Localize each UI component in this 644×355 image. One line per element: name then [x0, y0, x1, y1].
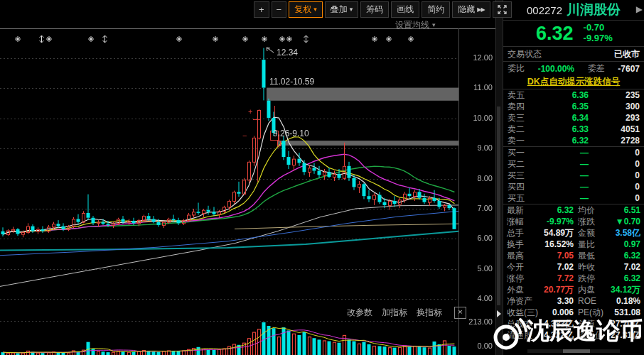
- buy-level-volume: 0: [603, 148, 640, 158]
- sell-level-row[interactable]: 卖二6.334051: [503, 124, 644, 135]
- buy-level-price: —: [529, 170, 603, 180]
- price-change-pct: -9.97%: [584, 33, 613, 44]
- price-axis-label: 6.00: [458, 234, 493, 242]
- buy-level-price: —: [529, 193, 603, 203]
- watermark-text: 沈辰逸论币: [526, 315, 643, 347]
- stat-value: 3.58亿: [609, 227, 640, 239]
- stat-label: 跌停: [578, 273, 609, 285]
- sell-level-label: 卖一: [508, 135, 529, 147]
- expand-icon: [498, 5, 507, 14]
- stat-value: 16.52%: [542, 239, 574, 249]
- stat-label: 昨收: [578, 261, 609, 273]
- hide-button[interactable]: 隐藏 ▶▶: [452, 1, 490, 18]
- draw-line-button[interactable]: 画线: [391, 1, 419, 18]
- sell-level-row[interactable]: 卖一6.322728: [503, 135, 644, 146]
- close-indicator-button[interactable]: ×: [454, 307, 466, 319]
- stat-row: 最新6.32均价6.51: [503, 204, 644, 216]
- stat-label: 最新: [507, 204, 542, 217]
- sell-level-price: 6.32: [529, 136, 603, 146]
- trade-status-value: 已收市: [614, 48, 640, 60]
- next-stock-arrow[interactable]: ▶: [636, 4, 643, 14]
- stat-value: 6.32: [542, 205, 574, 215]
- price-block: 6.32 -0.70 -9.97%: [503, 21, 644, 46]
- quote-panel: ◀ 002272 川润股份 ▶ 6.32 -0.70 -9.97% 交易状态 已…: [503, 0, 644, 355]
- price-change: -0.70: [584, 23, 613, 33]
- divider-scrollbar[interactable]: [497, 106, 500, 305]
- stat-label: 涨跌: [578, 216, 609, 228]
- stat-label: 涨停: [507, 273, 542, 285]
- switch-indicator-button[interactable]: 换指标: [417, 307, 442, 319]
- add-indicator-button[interactable]: 加指标: [382, 307, 407, 319]
- sell-level-label: 卖五: [508, 89, 529, 102]
- dk-signal-row: DK点自动提示涨跌信号: [503, 75, 644, 89]
- zoom-out-button[interactable]: −: [272, 1, 287, 18]
- weibi-row: 委比 -100.00% 委差 -7607: [503, 62, 644, 75]
- price-axis-label: 5.00: [458, 264, 493, 273]
- stat-label: 金额: [578, 227, 609, 239]
- sell-level-price: 6.36: [529, 90, 603, 100]
- stock-name: 川润股份: [567, 1, 621, 19]
- stock-header: ◀ 002272 川润股份 ▶: [503, 0, 644, 21]
- chevron-down-icon: ▾: [432, 22, 436, 28]
- sell-level-label: 卖三: [508, 112, 529, 124]
- sell-level-volume: 235: [603, 90, 640, 100]
- stat-value: -9.97%: [542, 217, 574, 226]
- stock-code: 002272: [527, 4, 562, 16]
- sell-level-volume: 300: [603, 102, 640, 111]
- stat-label: 最高: [507, 250, 542, 262]
- simple-mode-button[interactable]: 简约: [422, 1, 450, 18]
- buy-level-row[interactable]: 买一—0: [503, 147, 644, 158]
- buy-level-volume: 0: [603, 159, 640, 169]
- fullscreen-button[interactable]: [493, 1, 512, 18]
- dk-signal-link[interactable]: DK点自动提示涨跌信号: [527, 76, 621, 88]
- overlay-button[interactable]: 叠加 ▾: [325, 1, 359, 18]
- weibi-value: -100.00%: [538, 64, 574, 74]
- stat-value: 0.18%: [609, 296, 640, 306]
- stat-label: 换手: [507, 239, 542, 251]
- candlestick-chart[interactable]: [0, 28, 459, 355]
- stat-value: 6.32: [609, 251, 640, 261]
- chevron-down-icon: ▾: [350, 6, 353, 13]
- change-params-button[interactable]: 改参数: [347, 307, 372, 319]
- price-axis-label: 7.00: [458, 204, 493, 212]
- sell-level-row[interactable]: 卖五6.36235: [503, 89, 644, 101]
- buy-level-row[interactable]: 买二—0: [503, 158, 644, 170]
- stat-row: 外盘20.77万内盘34.12万: [503, 284, 644, 295]
- chips-button[interactable]: 筹码: [360, 1, 389, 18]
- panel-divider[interactable]: [495, 0, 503, 355]
- buy-level-row[interactable]: 买三—0: [503, 170, 644, 181]
- price-axis-label: 8.00: [458, 174, 493, 182]
- buy-level-volume: 0: [603, 170, 640, 180]
- stat-label: 总手: [507, 227, 542, 239]
- weibo-icon: [489, 315, 530, 354]
- ma-settings-dropdown[interactable]: 设置均线 ▾: [395, 19, 436, 31]
- price-axis-label: 12.00: [458, 53, 493, 62]
- stat-value: 3.30: [542, 296, 574, 306]
- watermark: 沈辰逸论币: [489, 315, 643, 354]
- stat-row: 净资产3.30ROE0.18%: [503, 295, 644, 307]
- sell-level-price: 6.33: [529, 124, 603, 134]
- stat-label: 最低: [578, 250, 609, 262]
- trade-status-row: 交易状态 已收市: [503, 46, 644, 62]
- zoom-in-button[interactable]: +: [254, 1, 269, 18]
- fuquan-button[interactable]: 复权 ▾: [289, 1, 323, 18]
- buy-level-volume: 0: [603, 182, 640, 192]
- weicha-value: -7607: [618, 64, 640, 74]
- stat-value: 0.97: [609, 239, 640, 249]
- sell-level-row[interactable]: 卖四6.35300: [503, 101, 644, 112]
- price-axis-label: 11.00: [458, 83, 493, 92]
- price-axis-label: 4.00: [458, 294, 493, 302]
- stat-value: 7.02: [542, 262, 574, 272]
- last-price: 6.32: [536, 24, 574, 43]
- stat-label: 涨幅: [507, 216, 542, 228]
- buy-level-row[interactable]: 买五—0: [503, 192, 644, 204]
- sell-level-volume: 293: [603, 113, 640, 123]
- sell-level-row[interactable]: 卖三6.34293: [503, 112, 644, 124]
- stat-row: 涨停7.72跌停6.32: [503, 273, 644, 284]
- price-axis-label: 9.00: [458, 143, 493, 152]
- buy-level-row[interactable]: 买四—0: [503, 181, 644, 192]
- stat-value: ▼0.70: [609, 217, 640, 226]
- buy-level-label: 买二: [508, 158, 529, 170]
- buy-level-label: 买五: [508, 192, 529, 204]
- sell-levels: 卖五6.36235卖四6.35300卖三6.34293卖二6.334051卖一6…: [503, 89, 644, 146]
